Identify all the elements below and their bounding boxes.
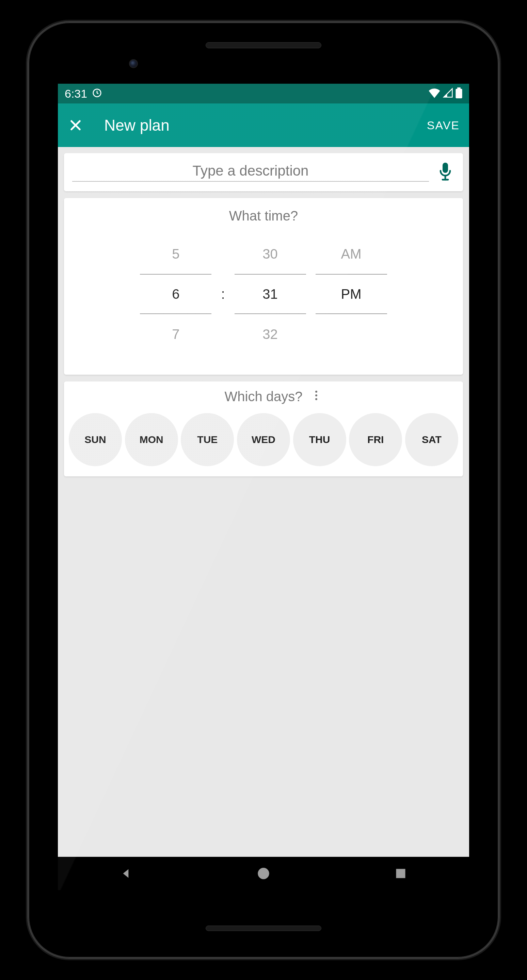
hour-picker[interactable]: 5 6 7 [140,234,212,354]
ampm-selected: PM [315,274,387,314]
clock-icon [92,88,102,99]
days-more-button[interactable] [311,391,322,400]
days-section-title: Which days? [225,389,303,404]
minute-prev: 30 [234,234,306,274]
day-chip-wed[interactable]: WED [237,413,290,466]
svg-rect-7 [396,869,405,878]
phone-front-camera [129,59,138,68]
status-bar: 6:31 [58,84,469,103]
ampm-picker[interactable]: AM PM [315,234,387,354]
back-icon [120,866,133,881]
days-card: Which days? SUN MON TUE WED THU FRI [64,382,463,476]
hour-selected: 6 [140,274,212,314]
day-chip-mon[interactable]: MON [125,413,178,466]
microphone-icon [437,162,454,182]
svg-rect-1 [457,88,461,89]
time-picker-card: What time? 5 6 7 : 30 31 32 [64,198,463,375]
close-button[interactable] [67,117,84,134]
status-time: 6:31 [65,87,87,100]
nav-recents-button[interactable] [390,863,411,884]
phone-speaker-top [205,42,322,48]
battery-icon [455,88,462,100]
app-bar: New plan SAVE [58,103,469,147]
close-icon [68,118,83,132]
phone-speaker-bottom [205,926,322,931]
days-row: SUN MON TUE WED THU FRI SAT [67,413,460,466]
hour-prev: 5 [140,234,212,274]
day-chip-tue[interactable]: TUE [181,413,234,466]
minute-selected: 31 [234,274,306,314]
content-area: What time? 5 6 7 : 30 31 32 [58,147,469,857]
time-section-title: What time? [72,208,455,224]
minute-picker[interactable]: 30 31 32 [234,234,306,354]
description-input[interactable] [72,163,429,179]
save-button[interactable]: SAVE [427,119,460,132]
recents-icon [395,867,407,880]
day-chip-thu[interactable]: THU [293,413,346,466]
more-vertical-icon [315,391,317,393]
minute-next: 32 [234,314,306,354]
ampm-prev: AM [315,234,387,274]
svg-point-6 [258,868,269,879]
nav-home-button[interactable] [253,863,274,884]
svg-rect-3 [443,163,448,173]
nav-back-button[interactable] [116,863,137,884]
day-chip-sat[interactable]: SAT [405,413,458,466]
description-card [64,153,463,191]
home-icon [257,867,270,880]
svg-rect-2 [455,89,462,98]
hour-next: 7 [140,314,212,354]
wifi-icon [428,88,441,99]
voice-input-button[interactable] [436,163,455,182]
cellular-icon [443,88,454,99]
android-nav-bar [58,857,469,890]
ampm-next [315,314,387,354]
time-separator: : [221,274,225,314]
day-chip-sun[interactable]: SUN [69,413,122,466]
page-title: New plan [104,116,406,134]
day-chip-fri[interactable]: FRI [349,413,402,466]
